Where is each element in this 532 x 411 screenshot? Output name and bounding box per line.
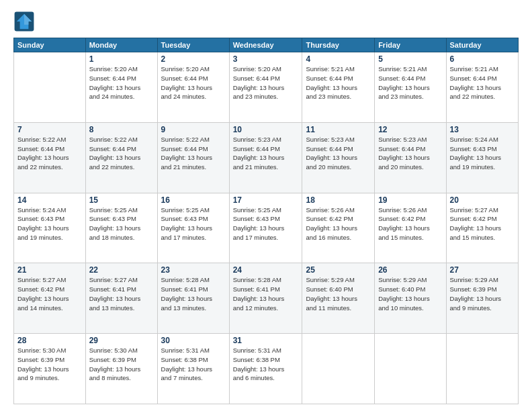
day-info: Sunrise: 5:22 AMSunset: 6:44 PMDaylight:… bbox=[89, 135, 154, 172]
day-number: 22 bbox=[89, 265, 154, 275]
day-number: 6 bbox=[450, 54, 515, 64]
day-number: 9 bbox=[161, 125, 226, 134]
day-info: Sunrise: 5:30 AMSunset: 6:39 PMDaylight:… bbox=[17, 346, 82, 383]
day-number: 19 bbox=[378, 195, 442, 205]
day-cell: 13Sunrise: 5:24 AMSunset: 6:43 PMDayligh… bbox=[446, 122, 518, 193]
day-info: Sunrise: 5:27 AMSunset: 6:42 PMDaylight:… bbox=[450, 205, 515, 242]
day-info: Sunrise: 5:29 AMSunset: 6:39 PMDaylight:… bbox=[450, 275, 515, 312]
day-number: 11 bbox=[306, 125, 371, 134]
day-number: 12 bbox=[378, 125, 442, 134]
day-cell: 22Sunrise: 5:27 AMSunset: 6:41 PMDayligh… bbox=[85, 263, 157, 334]
day-cell: 14Sunrise: 5:24 AMSunset: 6:43 PMDayligh… bbox=[14, 193, 86, 263]
week-row-0: 1Sunrise: 5:20 AMSunset: 6:44 PMDaylight… bbox=[14, 52, 519, 123]
header-cell-sunday: Sunday bbox=[14, 38, 86, 52]
day-cell bbox=[14, 52, 86, 123]
day-info: Sunrise: 5:26 AMSunset: 6:42 PMDaylight:… bbox=[306, 205, 371, 242]
day-cell: 2Sunrise: 5:20 AMSunset: 6:44 PMDaylight… bbox=[157, 52, 229, 123]
day-cell: 4Sunrise: 5:21 AMSunset: 6:44 PMDaylight… bbox=[302, 52, 375, 123]
day-cell: 8Sunrise: 5:22 AMSunset: 6:44 PMDaylight… bbox=[85, 122, 157, 193]
header-cell-tuesday: Tuesday bbox=[157, 38, 229, 52]
day-info: Sunrise: 5:20 AMSunset: 6:44 PMDaylight:… bbox=[89, 64, 154, 101]
day-info: Sunrise: 5:28 AMSunset: 6:41 PMDaylight:… bbox=[233, 275, 299, 312]
day-cell bbox=[375, 334, 446, 404]
day-info: Sunrise: 5:23 AMSunset: 6:44 PMDaylight:… bbox=[233, 135, 299, 172]
day-number: 20 bbox=[450, 195, 515, 205]
day-info: Sunrise: 5:26 AMSunset: 6:42 PMDaylight:… bbox=[378, 205, 442, 242]
day-info: Sunrise: 5:24 AMSunset: 6:43 PMDaylight:… bbox=[17, 205, 82, 242]
day-cell: 24Sunrise: 5:28 AMSunset: 6:41 PMDayligh… bbox=[229, 263, 302, 334]
day-number: 14 bbox=[17, 195, 82, 205]
day-cell: 19Sunrise: 5:26 AMSunset: 6:42 PMDayligh… bbox=[375, 193, 446, 263]
day-info: Sunrise: 5:27 AMSunset: 6:41 PMDaylight:… bbox=[89, 275, 154, 312]
day-info: Sunrise: 5:27 AMSunset: 6:42 PMDaylight:… bbox=[17, 275, 82, 312]
day-number: 8 bbox=[89, 125, 154, 134]
day-info: Sunrise: 5:22 AMSunset: 6:44 PMDaylight:… bbox=[17, 135, 82, 172]
day-cell bbox=[446, 334, 518, 404]
logo-icon bbox=[13, 11, 35, 32]
logo bbox=[13, 11, 38, 32]
day-info: Sunrise: 5:22 AMSunset: 6:44 PMDaylight:… bbox=[161, 135, 226, 172]
day-cell: 26Sunrise: 5:29 AMSunset: 6:40 PMDayligh… bbox=[375, 263, 446, 334]
day-cell: 29Sunrise: 5:30 AMSunset: 6:39 PMDayligh… bbox=[85, 334, 157, 404]
day-cell: 23Sunrise: 5:28 AMSunset: 6:41 PMDayligh… bbox=[157, 263, 229, 334]
header-cell-friday: Friday bbox=[375, 38, 446, 52]
day-info: Sunrise: 5:24 AMSunset: 6:43 PMDaylight:… bbox=[450, 135, 515, 172]
day-cell: 31Sunrise: 5:31 AMSunset: 6:38 PMDayligh… bbox=[229, 334, 302, 404]
day-cell: 15Sunrise: 5:25 AMSunset: 6:43 PMDayligh… bbox=[85, 193, 157, 263]
day-cell: 12Sunrise: 5:23 AMSunset: 6:44 PMDayligh… bbox=[375, 122, 446, 193]
day-info: Sunrise: 5:20 AMSunset: 6:44 PMDaylight:… bbox=[161, 64, 226, 101]
day-cell: 7Sunrise: 5:22 AMSunset: 6:44 PMDaylight… bbox=[14, 122, 86, 193]
calendar-table: SundayMondayTuesdayWednesdayThursdayFrid… bbox=[13, 38, 519, 404]
day-cell: 16Sunrise: 5:25 AMSunset: 6:43 PMDayligh… bbox=[157, 193, 229, 263]
header-cell-saturday: Saturday bbox=[446, 38, 518, 52]
week-row-3: 21Sunrise: 5:27 AMSunset: 6:42 PMDayligh… bbox=[14, 263, 519, 334]
page: SundayMondayTuesdayWednesdayThursdayFrid… bbox=[0, 0, 532, 411]
day-cell: 25Sunrise: 5:29 AMSunset: 6:40 PMDayligh… bbox=[302, 263, 375, 334]
day-number: 16 bbox=[161, 195, 226, 205]
day-info: Sunrise: 5:31 AMSunset: 6:38 PMDaylight:… bbox=[161, 346, 226, 383]
day-number: 13 bbox=[450, 125, 515, 134]
week-row-2: 14Sunrise: 5:24 AMSunset: 6:43 PMDayligh… bbox=[14, 193, 519, 263]
day-info: Sunrise: 5:25 AMSunset: 6:43 PMDaylight:… bbox=[89, 205, 154, 242]
header bbox=[13, 11, 519, 32]
day-info: Sunrise: 5:31 AMSunset: 6:38 PMDaylight:… bbox=[233, 346, 299, 383]
day-cell: 21Sunrise: 5:27 AMSunset: 6:42 PMDayligh… bbox=[14, 263, 86, 334]
day-cell: 28Sunrise: 5:30 AMSunset: 6:39 PMDayligh… bbox=[14, 334, 86, 404]
day-number: 3 bbox=[233, 54, 299, 64]
day-number: 23 bbox=[161, 265, 226, 275]
day-cell bbox=[302, 334, 375, 404]
week-row-1: 7Sunrise: 5:22 AMSunset: 6:44 PMDaylight… bbox=[14, 122, 519, 193]
day-cell: 5Sunrise: 5:21 AMSunset: 6:44 PMDaylight… bbox=[375, 52, 446, 123]
day-cell: 6Sunrise: 5:21 AMSunset: 6:44 PMDaylight… bbox=[446, 52, 518, 123]
day-cell: 30Sunrise: 5:31 AMSunset: 6:38 PMDayligh… bbox=[157, 334, 229, 404]
day-number: 18 bbox=[306, 195, 371, 205]
day-number: 29 bbox=[89, 336, 154, 345]
day-number: 27 bbox=[450, 265, 515, 275]
day-number: 4 bbox=[306, 54, 371, 64]
day-cell: 17Sunrise: 5:25 AMSunset: 6:43 PMDayligh… bbox=[229, 193, 302, 263]
header-cell-wednesday: Wednesday bbox=[229, 38, 302, 52]
day-number: 7 bbox=[17, 125, 82, 134]
day-number: 17 bbox=[233, 195, 299, 205]
day-cell: 18Sunrise: 5:26 AMSunset: 6:42 PMDayligh… bbox=[302, 193, 375, 263]
day-cell: 3Sunrise: 5:20 AMSunset: 6:44 PMDaylight… bbox=[229, 52, 302, 123]
day-info: Sunrise: 5:28 AMSunset: 6:41 PMDaylight:… bbox=[161, 275, 226, 312]
day-number: 2 bbox=[161, 54, 226, 64]
day-info: Sunrise: 5:30 AMSunset: 6:39 PMDaylight:… bbox=[89, 346, 154, 383]
day-number: 21 bbox=[17, 265, 82, 275]
day-cell: 27Sunrise: 5:29 AMSunset: 6:39 PMDayligh… bbox=[446, 263, 518, 334]
header-cell-monday: Monday bbox=[85, 38, 157, 52]
day-cell: 11Sunrise: 5:23 AMSunset: 6:44 PMDayligh… bbox=[302, 122, 375, 193]
day-info: Sunrise: 5:29 AMSunset: 6:40 PMDaylight:… bbox=[306, 275, 371, 312]
day-number: 1 bbox=[89, 54, 154, 64]
day-number: 26 bbox=[378, 265, 442, 275]
day-info: Sunrise: 5:21 AMSunset: 6:44 PMDaylight:… bbox=[378, 64, 442, 101]
week-row-4: 28Sunrise: 5:30 AMSunset: 6:39 PMDayligh… bbox=[14, 334, 519, 404]
day-cell: 1Sunrise: 5:20 AMSunset: 6:44 PMDaylight… bbox=[85, 52, 157, 123]
day-cell: 20Sunrise: 5:27 AMSunset: 6:42 PMDayligh… bbox=[446, 193, 518, 263]
day-info: Sunrise: 5:23 AMSunset: 6:44 PMDaylight:… bbox=[378, 135, 442, 172]
day-number: 30 bbox=[161, 336, 226, 345]
day-number: 28 bbox=[17, 336, 82, 345]
day-number: 5 bbox=[378, 54, 442, 64]
day-cell: 10Sunrise: 5:23 AMSunset: 6:44 PMDayligh… bbox=[229, 122, 302, 193]
